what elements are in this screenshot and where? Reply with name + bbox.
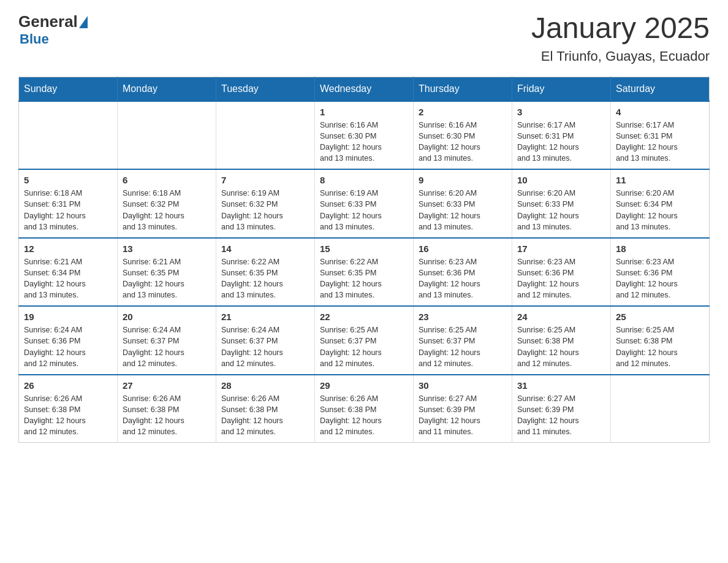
calendar-cell: 25Sunrise: 6:25 AM Sunset: 6:38 PM Dayli… [611,306,710,375]
day-number: 23 [419,312,507,322]
day-info: Sunrise: 6:25 AM Sunset: 6:37 PM Dayligh… [320,324,408,369]
day-number: 14 [221,243,309,254]
calendar-cell: 17Sunrise: 6:23 AM Sunset: 6:36 PM Dayli… [512,238,611,307]
day-info: Sunrise: 6:23 AM Sunset: 6:36 PM Dayligh… [616,256,704,301]
day-number: 6 [123,175,211,185]
calendar-cell: 7Sunrise: 6:19 AM Sunset: 6:32 PM Daylig… [216,169,315,238]
day-number: 19 [24,312,112,322]
day-info: Sunrise: 6:19 AM Sunset: 6:32 PM Dayligh… [221,188,309,232]
logo-triangle-icon [79,16,88,28]
calendar-cell: 31Sunrise: 6:27 AM Sunset: 6:39 PM Dayli… [512,375,611,443]
calendar-cell: 16Sunrise: 6:23 AM Sunset: 6:36 PM Dayli… [414,238,512,307]
day-number: 11 [616,175,704,185]
day-number: 15 [320,243,408,254]
calendar-cell: 8Sunrise: 6:19 AM Sunset: 6:33 PM Daylig… [315,169,414,238]
calendar-cell: 13Sunrise: 6:21 AM Sunset: 6:35 PM Dayli… [118,238,216,307]
weekday-header-wednesday: Wednesday [315,77,414,101]
calendar-week-row: 12Sunrise: 6:21 AM Sunset: 6:34 PM Dayli… [19,238,710,307]
day-number: 3 [517,107,605,117]
weekday-header-row: SundayMondayTuesdayWednesdayThursdayFrid… [19,77,710,101]
calendar-cell: 1Sunrise: 6:16 AM Sunset: 6:30 PM Daylig… [315,101,414,170]
day-info: Sunrise: 6:25 AM Sunset: 6:37 PM Dayligh… [419,324,507,369]
day-number: 9 [419,175,507,185]
calendar-cell [19,101,118,170]
calendar-cell: 21Sunrise: 6:24 AM Sunset: 6:37 PM Dayli… [216,306,315,375]
calendar-cell: 26Sunrise: 6:26 AM Sunset: 6:38 PM Dayli… [19,375,118,443]
month-title: January 2025 [531,12,710,45]
calendar-week-row: 26Sunrise: 6:26 AM Sunset: 6:38 PM Dayli… [19,375,710,443]
calendar-cell: 2Sunrise: 6:16 AM Sunset: 6:30 PM Daylig… [414,101,512,170]
day-number: 7 [221,175,309,185]
day-number: 30 [419,380,507,391]
calendar-cell: 24Sunrise: 6:25 AM Sunset: 6:38 PM Dayli… [512,306,611,375]
calendar-cell: 15Sunrise: 6:22 AM Sunset: 6:35 PM Dayli… [315,238,414,307]
day-number: 17 [517,243,605,254]
day-info: Sunrise: 6:17 AM Sunset: 6:31 PM Dayligh… [517,120,605,164]
title-container: January 2025 El Triunfo, Guayas, Ecuador [531,12,710,64]
weekday-header-monday: Monday [118,77,216,101]
calendar-cell: 12Sunrise: 6:21 AM Sunset: 6:34 PM Dayli… [19,238,118,307]
day-number: 4 [616,107,704,117]
day-info: Sunrise: 6:25 AM Sunset: 6:38 PM Dayligh… [616,324,704,369]
calendar-cell: 18Sunrise: 6:23 AM Sunset: 6:36 PM Dayli… [611,238,710,307]
calendar-cell: 11Sunrise: 6:20 AM Sunset: 6:34 PM Dayli… [611,169,710,238]
calendar-week-row: 19Sunrise: 6:24 AM Sunset: 6:36 PM Dayli… [19,306,710,375]
calendar-body: 1Sunrise: 6:16 AM Sunset: 6:30 PM Daylig… [19,101,710,443]
day-info: Sunrise: 6:16 AM Sunset: 6:30 PM Dayligh… [419,120,507,164]
calendar-cell: 19Sunrise: 6:24 AM Sunset: 6:36 PM Dayli… [19,306,118,375]
day-info: Sunrise: 6:18 AM Sunset: 6:31 PM Dayligh… [24,188,112,232]
calendar-cell: 10Sunrise: 6:20 AM Sunset: 6:33 PM Dayli… [512,169,611,238]
day-number: 8 [320,175,408,185]
weekday-header-saturday: Saturday [611,77,710,101]
day-info: Sunrise: 6:19 AM Sunset: 6:33 PM Dayligh… [320,188,408,232]
day-number: 16 [419,243,507,254]
day-info: Sunrise: 6:26 AM Sunset: 6:38 PM Dayligh… [123,393,211,438]
day-info: Sunrise: 6:17 AM Sunset: 6:31 PM Dayligh… [616,120,704,164]
location-title: El Triunfo, Guayas, Ecuador [531,48,710,64]
day-info: Sunrise: 6:26 AM Sunset: 6:38 PM Dayligh… [221,393,309,438]
day-info: Sunrise: 6:21 AM Sunset: 6:35 PM Dayligh… [123,256,211,301]
day-number: 28 [221,380,309,391]
day-number: 1 [320,107,408,117]
day-info: Sunrise: 6:23 AM Sunset: 6:36 PM Dayligh… [517,256,605,301]
day-info: Sunrise: 6:26 AM Sunset: 6:38 PM Dayligh… [320,393,408,438]
day-number: 21 [221,312,309,322]
day-number: 26 [24,380,112,391]
calendar-table: SundayMondayTuesdayWednesdayThursdayFrid… [18,77,710,443]
day-number: 18 [616,243,704,254]
day-info: Sunrise: 6:25 AM Sunset: 6:38 PM Dayligh… [517,324,605,369]
day-info: Sunrise: 6:27 AM Sunset: 6:39 PM Dayligh… [517,393,605,438]
day-info: Sunrise: 6:16 AM Sunset: 6:30 PM Dayligh… [320,120,408,164]
calendar-cell: 30Sunrise: 6:27 AM Sunset: 6:39 PM Dayli… [414,375,512,443]
day-info: Sunrise: 6:20 AM Sunset: 6:34 PM Dayligh… [616,188,704,232]
calendar-cell: 20Sunrise: 6:24 AM Sunset: 6:37 PM Dayli… [118,306,216,375]
logo-blue-text: Blue [20,31,88,47]
day-number: 10 [517,175,605,185]
calendar-cell: 4Sunrise: 6:17 AM Sunset: 6:31 PM Daylig… [611,101,710,170]
day-info: Sunrise: 6:24 AM Sunset: 6:37 PM Dayligh… [221,324,309,369]
day-number: 29 [320,380,408,391]
page-header: General Blue January 2025 El Triunfo, Gu… [18,12,710,64]
day-info: Sunrise: 6:24 AM Sunset: 6:37 PM Dayligh… [123,324,211,369]
calendar-cell [118,101,216,170]
day-number: 27 [123,380,211,391]
calendar-cell: 22Sunrise: 6:25 AM Sunset: 6:37 PM Dayli… [315,306,414,375]
calendar-cell: 6Sunrise: 6:18 AM Sunset: 6:32 PM Daylig… [118,169,216,238]
calendar-cell: 9Sunrise: 6:20 AM Sunset: 6:33 PM Daylig… [414,169,512,238]
calendar-week-row: 1Sunrise: 6:16 AM Sunset: 6:30 PM Daylig… [19,101,710,170]
logo-general-text: General [18,12,78,31]
weekday-header-friday: Friday [512,77,611,101]
calendar-cell: 3Sunrise: 6:17 AM Sunset: 6:31 PM Daylig… [512,101,611,170]
calendar-cell: 5Sunrise: 6:18 AM Sunset: 6:31 PM Daylig… [19,169,118,238]
day-info: Sunrise: 6:22 AM Sunset: 6:35 PM Dayligh… [221,256,309,301]
day-info: Sunrise: 6:23 AM Sunset: 6:36 PM Dayligh… [419,256,507,301]
day-info: Sunrise: 6:18 AM Sunset: 6:32 PM Dayligh… [123,188,211,232]
day-number: 22 [320,312,408,322]
calendar-cell: 27Sunrise: 6:26 AM Sunset: 6:38 PM Dayli… [118,375,216,443]
day-number: 31 [517,380,605,391]
day-number: 2 [419,107,507,117]
day-info: Sunrise: 6:22 AM Sunset: 6:35 PM Dayligh… [320,256,408,301]
day-number: 20 [123,312,211,322]
calendar-cell: 29Sunrise: 6:26 AM Sunset: 6:38 PM Dayli… [315,375,414,443]
logo: General Blue [18,12,88,47]
